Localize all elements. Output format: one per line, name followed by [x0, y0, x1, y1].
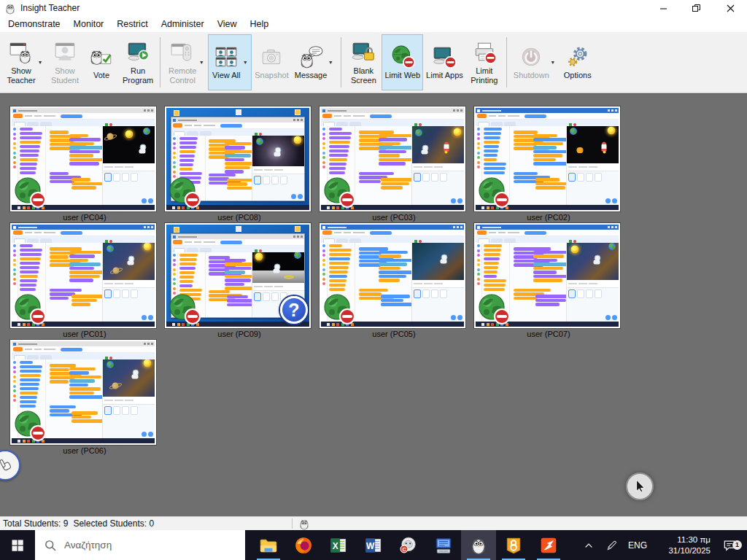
- earth-sprite: [415, 129, 422, 136]
- toolbar-run-program-button[interactable]: RunProgram: [120, 34, 156, 90]
- crater-sprite: [284, 276, 294, 279]
- tray-chevron-up-icon[interactable]: [578, 540, 600, 551]
- chevron-down-icon[interactable]: ▾: [36, 59, 44, 66]
- category-dot: [13, 268, 16, 271]
- block-bar: [533, 251, 566, 254]
- block-bar: [329, 141, 350, 144]
- web-limit-indicator: [322, 293, 357, 325]
- toolbar-shutdown-button[interactable]: Shutdown▾: [511, 34, 560, 90]
- taskbar-app-8-icon[interactable]: [496, 530, 531, 560]
- notification-center-button[interactable]: 1: [715, 538, 744, 553]
- chevron-down-icon[interactable]: ▾: [549, 59, 557, 66]
- close-button[interactable]: [713, 0, 747, 16]
- chevron-down-icon[interactable]: ▾: [198, 59, 205, 66]
- minimize-button[interactable]: [646, 0, 680, 16]
- menu-item-help[interactable]: Help: [244, 18, 276, 31]
- toolbar-show-teacher-button[interactable]: ShowTeacher▾: [3, 34, 47, 90]
- block-bar: [20, 163, 37, 166]
- block-bar: [69, 267, 94, 271]
- toolbar-options-button[interactable]: Options: [560, 34, 596, 90]
- block-bar: [225, 267, 252, 271]
- student-screen-preview[interactable]: ?: [165, 223, 311, 328]
- block-bar: [50, 380, 69, 384]
- block-bar: [69, 387, 101, 391]
- block-bar: [69, 395, 102, 399]
- block-bar: [71, 303, 90, 306]
- block-bar: [225, 146, 245, 149]
- toolbar-show-student-button[interactable]: ShowStudent: [47, 34, 83, 90]
- taskbar-excel-icon[interactable]: X: [321, 530, 356, 560]
- chevron-down-icon[interactable]: ▾: [241, 59, 249, 66]
- category-dot: [173, 254, 176, 257]
- project-name-pill: [61, 348, 82, 351]
- taskbar-remote-desktop-icon[interactable]: [426, 530, 461, 560]
- taskbar-insight-icon[interactable]: [461, 530, 496, 560]
- globe-icon: [13, 410, 48, 442]
- block-bar: [533, 134, 557, 138]
- student-screen-preview[interactable]: [474, 106, 620, 211]
- menu-item-administer[interactable]: Administer: [155, 18, 211, 31]
- restore-button[interactable]: [680, 0, 713, 16]
- taskbar-app-x-icon[interactable]: [531, 530, 566, 560]
- student-screen-preview[interactable]: [474, 223, 620, 328]
- taskbar-file-explorer-icon[interactable]: [251, 530, 286, 560]
- language-indicator[interactable]: ENG: [624, 540, 651, 551]
- search-input[interactable]: [63, 539, 216, 551]
- category-dot: [322, 156, 325, 159]
- category-dot: [322, 244, 325, 247]
- block-bar: [69, 138, 101, 141]
- show-teacher-icon: [9, 40, 34, 65]
- toolbar-button-label: Snapshot: [255, 71, 288, 80]
- toolbar-message-button[interactable]: Message▾: [292, 34, 338, 90]
- sprite-card: [422, 173, 430, 182]
- student-screen-preview[interactable]: [10, 340, 156, 445]
- block-bar: [533, 158, 556, 162]
- block-bar: [69, 384, 88, 387]
- block-stack: [71, 411, 102, 423]
- menu-item-monitor[interactable]: Monitor: [67, 18, 111, 31]
- globe-icon: [477, 293, 512, 325]
- student-screen-preview[interactable]: [320, 223, 465, 328]
- taskbar-app-c-icon[interactable]: C: [391, 530, 426, 560]
- code-area: [46, 359, 102, 438]
- window-titlebar: [171, 117, 304, 122]
- taskbar-firefox-icon[interactable]: [286, 530, 321, 560]
- block-bar: [484, 249, 501, 252]
- scratch-stage: [567, 243, 619, 280]
- category-dot: [322, 249, 325, 252]
- menu-item-restrict[interactable]: Restrict: [110, 18, 154, 31]
- start-button[interactable]: [0, 530, 35, 560]
- student-screen-preview[interactable]: [10, 106, 156, 211]
- toolbar-blank-screen-button[interactable]: BlankScreen: [345, 34, 382, 90]
- category-dot: [477, 161, 480, 164]
- toolbar-limit-printing-button[interactable]: LimitPrinting: [466, 34, 503, 90]
- taskbar-clock[interactable]: 11:30 πμ 31/10/2025: [655, 534, 711, 556]
- taskbar-word-icon[interactable]: W: [356, 530, 391, 560]
- chevron-down-icon[interactable]: ▾: [327, 59, 334, 66]
- block-bar: [533, 279, 562, 282]
- student-label: user (PC02): [474, 211, 623, 222]
- student-label: user (PC09): [165, 328, 314, 339]
- toolbar-limit-web-button[interactable]: Limit Web: [382, 34, 423, 90]
- toolbar-remote-control-button[interactable]: RemoteControl▾: [164, 34, 208, 90]
- taskbar-search[interactable]: [35, 530, 245, 560]
- toolbar-snapshot-button[interactable]: Snapshot: [252, 34, 291, 90]
- astronaut-sprite: [139, 144, 145, 154]
- toolbar-view-all-button[interactable]: View All▾: [208, 34, 252, 90]
- block-bar: [484, 288, 505, 291]
- tray-pen-icon[interactable]: [601, 539, 623, 552]
- block-bar: [329, 279, 347, 282]
- block-bar: [179, 137, 198, 140]
- category-dot: [477, 244, 480, 247]
- menu-item-demonstrate[interactable]: Demonstrate: [1, 18, 67, 31]
- block-bar: [71, 411, 98, 415]
- toolbar-limit-apps-button[interactable]: Limit Apps: [423, 34, 466, 90]
- student-screen-preview[interactable]: [10, 223, 156, 328]
- block-stack: [535, 295, 566, 306]
- student-screen-preview[interactable]: [165, 106, 311, 211]
- student-screen-preview[interactable]: [320, 106, 465, 211]
- menu-item-view[interactable]: View: [211, 18, 244, 31]
- question-indicator: ?: [280, 296, 308, 324]
- block-bar: [50, 405, 76, 409]
- toolbar-vote-button[interactable]: Vote: [83, 34, 120, 90]
